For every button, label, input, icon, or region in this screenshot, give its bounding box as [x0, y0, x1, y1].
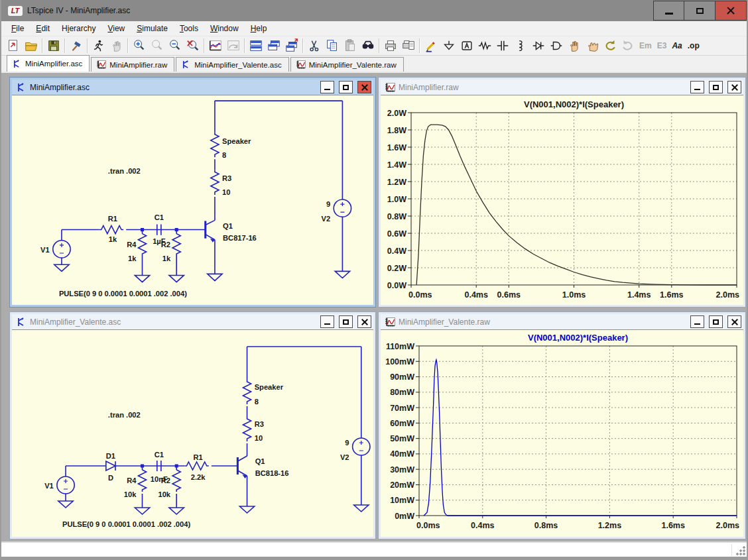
child-maximize-button[interactable]	[339, 315, 353, 328]
child-title-bar[interactable]: MiniAmplifier_Valente.raw	[381, 314, 743, 330]
child-minimize-button[interactable]	[690, 315, 704, 328]
zoom-in-icon[interactable]	[130, 37, 148, 54]
menu-edit[interactable]: Edit	[30, 23, 56, 34]
autorange-icon[interactable]	[224, 37, 242, 54]
plot-settings-icon[interactable]	[206, 37, 224, 54]
menu-help[interactable]: Help	[245, 23, 273, 34]
tab-label: MiniAmplifier_Valente.raw	[309, 61, 397, 69]
run-icon[interactable]	[90, 37, 107, 54]
cut-icon[interactable]	[305, 37, 323, 54]
resize-grip[interactable]	[736, 546, 745, 555]
tab-label: MiniAmplifier_Valente.asc	[194, 61, 281, 69]
child-title-bar[interactable]: MiniAmplifier_Valente.asc	[12, 314, 373, 330]
tab-miniamplifier.raw[interactable]: MiniAmplifier.raw	[91, 57, 174, 72]
y-axis-tick-label: 90mW	[390, 372, 414, 382]
menu-file[interactable]: File	[5, 23, 30, 34]
copy-icon[interactable]	[323, 37, 341, 54]
ground-icon[interactable]	[440, 37, 458, 54]
mirror-icon[interactable]: E3	[654, 37, 670, 54]
minimize-button[interactable]	[653, 1, 684, 21]
drag-icon[interactable]	[583, 37, 601, 54]
toolbar-separator	[87, 38, 88, 53]
toolbar: EmE3Aa.op	[1, 36, 747, 56]
child-window-miniamplifier-valente-raw: MiniAmplifier_Valente.raw 0mW10mW20mW30m…	[379, 312, 745, 539]
cascade-windows-icon[interactable]	[282, 37, 300, 54]
maximize-icon	[713, 319, 719, 325]
maximize-button[interactable]	[684, 1, 716, 21]
child-title-bar[interactable]: MiniAmplifier.raw	[381, 80, 743, 95]
child-close-button[interactable]	[727, 315, 741, 328]
child-maximize-button[interactable]	[709, 81, 723, 93]
waveform-pane[interactable]: 0mW10mW20mW30mW40mW50mW60mW70mW80mW90mW1…	[381, 330, 743, 537]
schematic-label: D	[108, 474, 113, 482]
tab-miniamplifier_valente.raw[interactable]: MiniAmplifier_Valente.raw	[290, 57, 404, 72]
inductor-icon[interactable]	[511, 37, 529, 54]
child-title-bar[interactable]: MiniAmplifier.asc	[12, 80, 373, 95]
title-bar[interactable]: LT LTspice IV - MiniAmplifier.asc	[1, 0, 747, 21]
schematic-label: C1	[155, 213, 164, 221]
control-panel-icon[interactable]	[67, 37, 85, 54]
find-icon[interactable]	[359, 37, 377, 54]
x-axis-tick-label: 1.6ms	[661, 521, 684, 530]
halt-icon[interactable]	[107, 37, 125, 54]
schematic-canvas[interactable]: Speaker8R310.tran .0029V2Q1BC818-16D1DC1…	[12, 330, 373, 537]
save-icon[interactable]	[44, 37, 62, 54]
move-icon[interactable]	[565, 37, 583, 54]
schematic-wires	[57, 347, 370, 514]
child-maximize-button[interactable]	[339, 81, 353, 93]
schematic-label: V2	[322, 215, 331, 223]
new-schematic-icon[interactable]	[4, 37, 22, 54]
menu-simulate[interactable]: Simulate	[131, 23, 174, 34]
redo-icon[interactable]	[619, 37, 637, 54]
tile-horizontal-icon[interactable]	[247, 37, 265, 54]
menu-window[interactable]: Window	[204, 23, 245, 34]
schematic-canvas[interactable]: Speaker8R310.tran .0029V2Q1BC817-16C11µF…	[12, 95, 373, 305]
tab-miniamplifier_valente.asc[interactable]: MiniAmplifier_Valente.asc	[176, 57, 288, 72]
resistor-icon[interactable]	[475, 37, 493, 54]
schematic-label: R2	[161, 476, 170, 484]
child-close-button[interactable]	[357, 81, 371, 93]
child-close-button[interactable]	[727, 81, 741, 93]
rotate-icon[interactable]: Em	[637, 37, 654, 54]
child-close-button[interactable]	[357, 315, 371, 328]
mdi-area: MiniAmplifier.asc	[1, 73, 747, 541]
close-button[interactable]	[716, 1, 747, 21]
tab-miniamplifier.asc[interactable]: MiniAmplifier.asc	[7, 55, 90, 72]
schematic-label: R4	[127, 476, 137, 484]
diode-icon[interactable]	[529, 37, 547, 54]
x-axis-tick-label: 0.0ms	[408, 290, 432, 300]
y-axis-tick-label: 20mW	[390, 480, 414, 490]
open-file-icon[interactable]	[22, 37, 40, 54]
ltspice-window: LT LTspice IV - MiniAmplifier.asc FileEd…	[0, 0, 748, 560]
wire-icon[interactable]	[422, 37, 440, 54]
menu-view[interactable]: View	[101, 23, 131, 34]
print-preview-icon[interactable]	[399, 37, 417, 54]
menu-hierarchy[interactable]: Hierarchy	[56, 23, 101, 34]
window-frame	[1, 557, 747, 560]
menu-bar: FileEditHierarchyViewSimulateToolsWindow…	[1, 21, 747, 36]
paste-icon[interactable]	[341, 37, 359, 54]
component-icon[interactable]	[547, 37, 565, 54]
child-minimize-button[interactable]	[320, 315, 334, 328]
menu-tools[interactable]: Tools	[174, 23, 204, 34]
print-icon[interactable]	[381, 37, 399, 54]
x-axis-tick-label: 0.6ms	[497, 290, 521, 300]
zoom-out-icon[interactable]	[166, 37, 184, 54]
child-window-title: MiniAmplifier.raw	[399, 83, 459, 92]
zoom-back-icon[interactable]	[148, 37, 166, 54]
text-icon[interactable]: Aa	[669, 37, 684, 54]
y-axis-tick-label: 0.2W	[387, 264, 406, 273]
tab-label: MiniAmplifier.asc	[25, 60, 82, 68]
capacitor-icon[interactable]	[493, 37, 511, 54]
child-maximize-button[interactable]	[709, 315, 723, 328]
waveform-pane[interactable]: 0.0W0.2W0.4W0.6W0.8W1.0W1.2W1.4W1.6W1.8W…	[381, 95, 743, 305]
undo-icon[interactable]	[601, 37, 619, 54]
schematic-label: 10	[222, 188, 230, 196]
label-net-icon[interactable]	[458, 37, 475, 54]
child-minimize-button[interactable]	[320, 81, 334, 93]
child-window-miniamplifier-raw: MiniAmplifier.raw 0.0W0.2W0.4W0.6W0.8W1.…	[379, 78, 745, 307]
spice-directive-icon[interactable]: .op	[685, 37, 702, 54]
zoom-fit-icon[interactable]	[184, 37, 202, 54]
child-minimize-button[interactable]	[690, 81, 704, 93]
tile-vertical-icon[interactable]	[265, 37, 282, 54]
